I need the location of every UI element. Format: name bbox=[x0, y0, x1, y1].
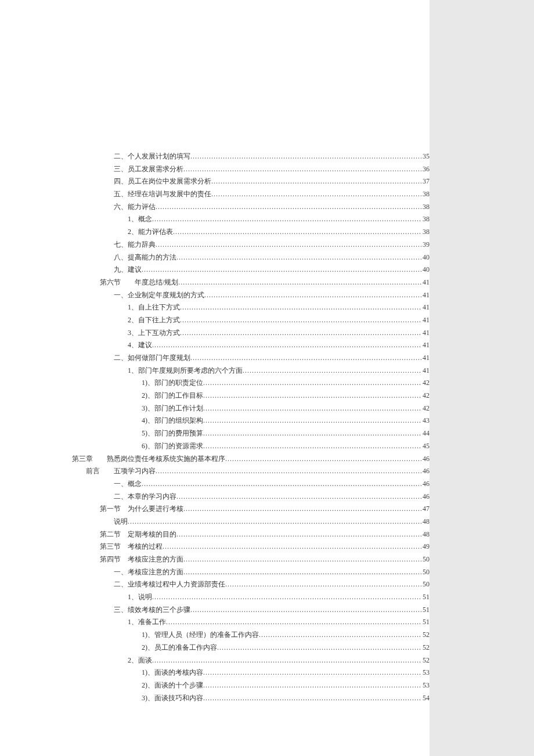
toc-entry: 二、本章的学习内容46 bbox=[72, 491, 430, 502]
toc-entry-page: 53 bbox=[421, 680, 430, 691]
toc-entry-page: 48 bbox=[421, 516, 430, 527]
toc-leader-dots bbox=[166, 617, 421, 628]
toc-entry-text: 1、自上往下方式 bbox=[128, 302, 180, 313]
toc-leader-dots bbox=[152, 592, 421, 603]
toc-entry-text: 第六节 年度总结/规划 bbox=[100, 277, 178, 288]
toc-entry: 3、上下互动方式41 bbox=[72, 327, 430, 339]
toc-entry-page: 38 bbox=[421, 226, 430, 237]
toc-entry-text: 4)、部门的组织架构 bbox=[142, 415, 203, 426]
toc-entry-text: 2、面谈 bbox=[128, 655, 152, 666]
toc-leader-dots bbox=[180, 302, 421, 313]
toc-entry: 4)、部门的组织架构43 bbox=[72, 415, 430, 426]
toc-entry-page: 51 bbox=[421, 604, 430, 615]
toc-entry: 2、面谈52 bbox=[72, 655, 430, 666]
toc-leader-dots bbox=[203, 693, 421, 704]
toc-entry: 四、员工在岗位中发展需求分析37 bbox=[72, 176, 430, 187]
toc-entry-page: 51 bbox=[421, 617, 430, 628]
toc-entry-page: 38 bbox=[421, 201, 430, 213]
toc-leader-dots bbox=[176, 252, 421, 263]
toc-leader-dots bbox=[142, 478, 421, 489]
toc-entry: 前言 五项学习内容46 bbox=[72, 466, 430, 477]
table-of-contents: 二、个人发展计划的填写35三、员工发展需求分析36四、员工在岗位中发展需求分析3… bbox=[0, 0, 430, 728]
toc-entry-text: 六、能力评估 bbox=[114, 201, 156, 213]
toc-entry-page: 50 bbox=[421, 554, 430, 565]
toc-entry-page: 42 bbox=[421, 403, 430, 414]
toc-entry-text: 三、绩效考核的三个步骤 bbox=[114, 604, 190, 615]
toc-entry-page: 42 bbox=[421, 390, 430, 401]
toc-entry-text: 2)、部门的工作目标 bbox=[142, 390, 203, 401]
toc-entry: 三、绩效考核的三个步骤51 bbox=[72, 604, 430, 615]
toc-entry: 1、概念38 bbox=[72, 214, 430, 225]
toc-entry-page: 37 bbox=[421, 176, 430, 187]
toc-entry-text: 四、员工在岗位中发展需求分析 bbox=[114, 176, 211, 187]
toc-entry: 说明48 bbox=[72, 516, 430, 527]
toc-entry: 2、自下往上方式41 bbox=[72, 315, 430, 326]
toc-leader-dots bbox=[217, 642, 421, 653]
toc-leader-dots bbox=[152, 340, 421, 351]
toc-entry-text: 第四节 考核应注意的方面 bbox=[100, 554, 183, 565]
toc-entry: 1)、面谈的考核内容53 bbox=[72, 667, 430, 678]
toc-leader-dots bbox=[156, 201, 421, 213]
toc-entry-text: 4、建议 bbox=[128, 340, 152, 351]
toc-entry-page: 41 bbox=[421, 352, 430, 363]
toc-leader-dots bbox=[204, 290, 421, 301]
toc-entry-text: 1)、部门的职责定位 bbox=[142, 377, 203, 388]
toc-leader-dots bbox=[211, 176, 421, 187]
toc-entry-text: 二、如何做部门年度规划 bbox=[114, 352, 190, 363]
toc-entry-page: 41 bbox=[421, 302, 430, 313]
toc-entry-page: 35 bbox=[421, 151, 430, 162]
toc-entry-page: 38 bbox=[421, 214, 430, 225]
toc-entry-page: 41 bbox=[421, 277, 430, 288]
toc-entry-text: 第三节 考核的过程 bbox=[100, 541, 163, 552]
toc-leader-dots bbox=[203, 428, 421, 439]
toc-leader-dots bbox=[243, 365, 421, 376]
toc-leader-dots bbox=[259, 629, 421, 640]
toc-leader-dots bbox=[156, 466, 421, 477]
toc-leader-dots bbox=[152, 214, 421, 225]
toc-entry-text: 一、企业制定年度规划的方式 bbox=[114, 290, 204, 301]
toc-entry-page: 50 bbox=[421, 567, 430, 578]
toc-entry: 2)、部门的工作目标42 bbox=[72, 390, 430, 401]
toc-entry: 第三章 熟悉岗位责任考核系统实施的基本程序46 bbox=[72, 453, 430, 465]
document-page: 二、个人发展计划的填写35三、员工发展需求分析36四、员工在岗位中发展需求分析3… bbox=[0, 0, 430, 728]
toc-entry-text: 2)、面谈的十个步骤 bbox=[142, 680, 203, 691]
toc-entry: 1)、部门的职责定位42 bbox=[72, 377, 430, 388]
toc-entry-page: 45 bbox=[421, 441, 430, 452]
toc-leader-dots bbox=[211, 189, 421, 200]
toc-entry-text: 二、本章的学习内容 bbox=[114, 491, 176, 502]
toc-entry: 2、能力评估表38 bbox=[72, 226, 430, 237]
toc-entry-page: 46 bbox=[421, 453, 430, 465]
toc-leader-dots bbox=[152, 655, 421, 666]
toc-entry: 4、建议41 bbox=[72, 340, 430, 351]
toc-entry: 3)、部门的工作计划42 bbox=[72, 403, 430, 414]
toc-entry: 1、自上往下方式41 bbox=[72, 302, 430, 313]
toc-leader-dots bbox=[203, 680, 421, 691]
toc-leader-dots bbox=[190, 604, 421, 615]
toc-leader-dots bbox=[183, 164, 421, 175]
toc-leader-dots bbox=[225, 453, 421, 465]
toc-leader-dots bbox=[225, 579, 421, 590]
toc-entry: 二、业绩考核过程中人力资源部责任50 bbox=[72, 579, 430, 590]
toc-entry-text: 3)、部门的工作计划 bbox=[142, 403, 203, 414]
toc-entry: 一、企业制定年度规划的方式41 bbox=[72, 290, 430, 301]
toc-entry-page: 39 bbox=[421, 239, 430, 250]
toc-entry-text: 1、说明 bbox=[128, 592, 152, 603]
toc-entry: 八、提高能力的方法40 bbox=[72, 252, 430, 263]
toc-entry-page: 48 bbox=[421, 529, 430, 540]
toc-entry-text: 2、自下往上方式 bbox=[128, 315, 180, 326]
page-shadow bbox=[430, 0, 534, 756]
toc-entry-page: 52 bbox=[421, 655, 430, 666]
toc-entry: 1、准备工作51 bbox=[72, 617, 430, 628]
toc-entry-page: 46 bbox=[421, 466, 430, 477]
toc-entry: 一、考核应注意的方面50 bbox=[72, 567, 430, 578]
toc-entry-page: 53 bbox=[421, 667, 430, 678]
toc-leader-dots bbox=[203, 403, 421, 414]
toc-entry-page: 41 bbox=[421, 340, 430, 351]
toc-entry: 二、个人发展计划的填写35 bbox=[72, 151, 430, 162]
toc-entry: 2)、面谈的十个步骤53 bbox=[72, 680, 430, 691]
toc-entry-text: 一、考核应注意的方面 bbox=[114, 567, 183, 578]
toc-entry-text: 3、上下互动方式 bbox=[128, 327, 180, 339]
toc-entry: 第三节 考核的过程49 bbox=[72, 541, 430, 552]
toc-entry: 第一节 为什么要进行考核47 bbox=[72, 503, 430, 514]
toc-entry-page: 47 bbox=[421, 503, 430, 514]
